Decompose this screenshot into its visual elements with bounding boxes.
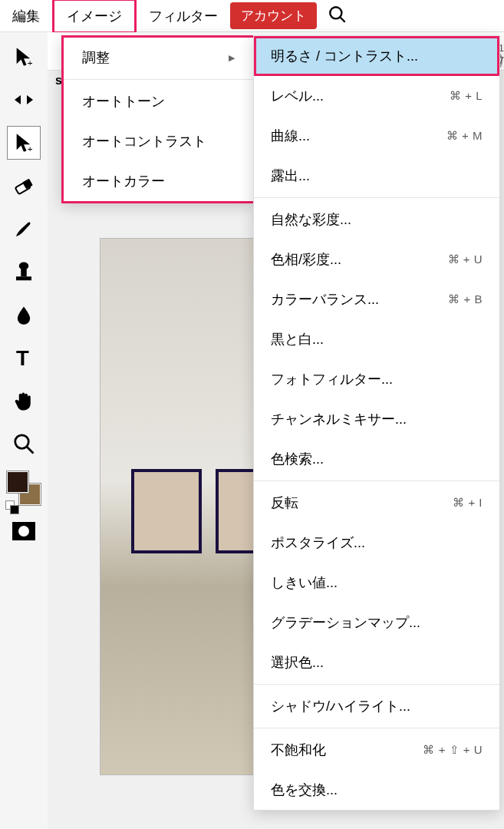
- shortcut-label: ⌘ + L: [450, 89, 483, 103]
- svg-rect-6: [16, 276, 31, 280]
- menu-item-auto-color[interactable]: オートカラー: [64, 161, 253, 201]
- zoom-tool-icon[interactable]: [7, 427, 41, 461]
- adjustments-submenu: 明るさ / コントラスト... レベル...⌘ + L 曲線...⌘ + M 露…: [253, 35, 500, 811]
- menu-item-curves[interactable]: 曲線...⌘ + M: [254, 116, 499, 156]
- svg-text:T: T: [16, 346, 29, 369]
- shortcut-label: ⌘ + I: [453, 496, 483, 510]
- brush-tool-icon[interactable]: [7, 212, 41, 246]
- toolbox: + + T: [0, 32, 48, 829]
- svg-point-8: [19, 263, 29, 270]
- menu-separator: [64, 79, 253, 80]
- menu-separator: [254, 481, 499, 481]
- menu-edit[interactable]: 編集: [0, 1, 52, 31]
- svg-line-1: [340, 17, 345, 22]
- text-tool-icon[interactable]: T: [7, 341, 41, 375]
- menu-item-levels[interactable]: レベル...⌘ + L: [254, 76, 499, 116]
- menu-item-threshold[interactable]: しきい値...: [254, 563, 499, 603]
- menu-item-posterize[interactable]: ポスタライズ...: [254, 523, 499, 563]
- menu-item-channel-mixer[interactable]: チャンネルミキサー...: [254, 399, 499, 439]
- picture-frame: [131, 469, 202, 553]
- color-swatches[interactable]: [7, 471, 41, 505]
- menu-item-hue-saturation[interactable]: 色相/彩度...⌘ + U: [254, 239, 499, 279]
- svg-rect-7: [21, 269, 27, 276]
- svg-line-11: [27, 447, 34, 454]
- menu-item-exposure[interactable]: 露出...: [254, 156, 499, 196]
- mask-mode-icon[interactable]: [12, 522, 35, 540]
- menu-image[interactable]: イメージ: [52, 0, 137, 34]
- menu-item-brightness-contrast[interactable]: 明るさ / コントラスト...: [254, 36, 499, 76]
- menu-item-auto-contrast[interactable]: オートコントラスト: [64, 121, 253, 161]
- shortcut-label: ⌘ + ⇧ + U: [423, 743, 483, 757]
- search-icon[interactable]: [328, 5, 348, 28]
- menu-filter[interactable]: フィルター: [137, 1, 230, 31]
- svg-text:+: +: [28, 58, 33, 68]
- stamp-tool-icon[interactable]: [7, 255, 41, 289]
- swatch-reset2-icon[interactable]: [10, 505, 19, 514]
- foreground-color-swatch[interactable]: [7, 471, 28, 493]
- menu-item-color-balance[interactable]: カラーバランス...⌘ + B: [254, 279, 499, 319]
- menu-item-replace-color[interactable]: 色を交換...: [254, 770, 499, 810]
- expand-tool-icon[interactable]: [7, 83, 41, 117]
- menu-item-selective-color[interactable]: 選択色...: [254, 642, 499, 682]
- menu-item-color-lookup[interactable]: 色検索...: [254, 439, 499, 479]
- account-button[interactable]: アカウント: [230, 2, 317, 29]
- drop-tool-icon[interactable]: [7, 298, 41, 332]
- menu-separator: [254, 197, 499, 198]
- hand-tool-icon[interactable]: [7, 384, 41, 418]
- move-tool-icon[interactable]: +: [7, 40, 41, 74]
- menu-item-gradient-map[interactable]: グラデーションマップ...: [254, 603, 499, 642]
- menu-item-desaturate[interactable]: 不飽和化⌘ + ⇧ + U: [254, 730, 499, 770]
- menubar: 編集 イメージ フィルター アカウント: [0, 0, 504, 32]
- shortcut-label: ⌘ + M: [446, 129, 483, 143]
- svg-point-10: [15, 435, 29, 449]
- menu-item-photo-filter[interactable]: フォトフィルター...: [254, 359, 499, 399]
- shortcut-label: ⌘ + U: [448, 253, 483, 266]
- menu-item-vibrance[interactable]: 自然な彩度...: [254, 200, 499, 239]
- eraser-tool-icon[interactable]: [7, 169, 41, 203]
- menu-item-auto-tone[interactable]: オートトーン: [64, 81, 253, 121]
- svg-point-0: [330, 7, 341, 18]
- menu-item-shadow-highlight[interactable]: シャドウ/ハイライト...: [254, 686, 499, 726]
- menu-item-black-white[interactable]: 黒と白...: [254, 319, 499, 359]
- image-menu-dropdown: 調整 オートトーン オートコントラスト オートカラー: [61, 35, 253, 203]
- menu-separator: [254, 728, 499, 728]
- menu-item-adjustments[interactable]: 調整: [64, 38, 253, 78]
- shortcut-label: ⌘ + B: [448, 292, 483, 306]
- selection-tool-icon[interactable]: +: [7, 126, 41, 160]
- svg-text:+: +: [28, 144, 33, 154]
- menu-item-invert[interactable]: 反転⌘ + I: [254, 483, 499, 523]
- menu-separator: [254, 684, 499, 685]
